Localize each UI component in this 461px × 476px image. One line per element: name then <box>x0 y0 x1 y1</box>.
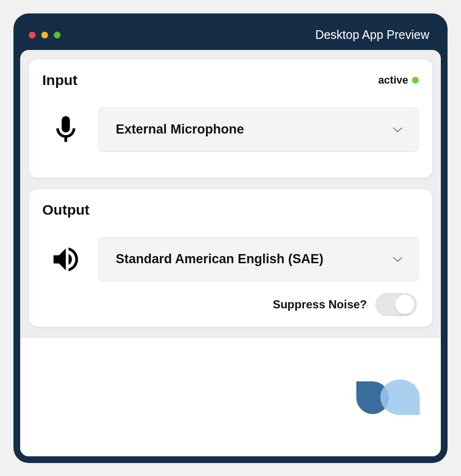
window-controls <box>29 32 61 38</box>
window-title: Desktop App Preview <box>315 28 429 42</box>
minimize-window-button[interactable] <box>41 32 48 38</box>
speaker-icon <box>47 243 85 276</box>
content-area: Input active External Microphone Output <box>20 50 441 456</box>
output-card: Output Standard American English (SAE) S… <box>29 189 432 327</box>
output-card-header: Output <box>42 202 419 218</box>
output-voice-selected: Standard American English (SAE) <box>116 252 324 267</box>
input-card-header: Input active <box>42 72 419 88</box>
input-status-label: active <box>378 74 408 86</box>
suppress-noise-row: Suppress Noise? <box>42 293 419 316</box>
toggle-knob <box>395 295 414 314</box>
footer <box>20 338 441 456</box>
status-active-icon <box>412 77 419 84</box>
input-status: active <box>378 74 419 86</box>
maximize-window-button[interactable] <box>54 32 61 38</box>
chevron-down-icon <box>392 127 403 133</box>
suppress-noise-label: Suppress Noise? <box>273 298 367 311</box>
titlebar: Desktop App Preview <box>20 20 441 50</box>
microphone-icon <box>47 113 85 146</box>
input-control-row: External Microphone <box>42 108 419 152</box>
input-device-selected: External Microphone <box>116 122 244 137</box>
input-card: Input active External Microphone <box>29 60 432 178</box>
output-control-row: Standard American English (SAE) <box>42 237 419 281</box>
output-title: Output <box>42 202 89 218</box>
app-window: Desktop App Preview Input active Externa… <box>13 13 448 463</box>
suppress-noise-toggle[interactable] <box>376 293 417 316</box>
brand-logo-icon <box>356 377 424 415</box>
close-window-button[interactable] <box>29 32 36 38</box>
output-voice-select[interactable]: Standard American English (SAE) <box>98 237 419 281</box>
input-title: Input <box>42 72 77 88</box>
input-device-select[interactable]: External Microphone <box>98 108 419 152</box>
chevron-down-icon <box>392 256 403 262</box>
